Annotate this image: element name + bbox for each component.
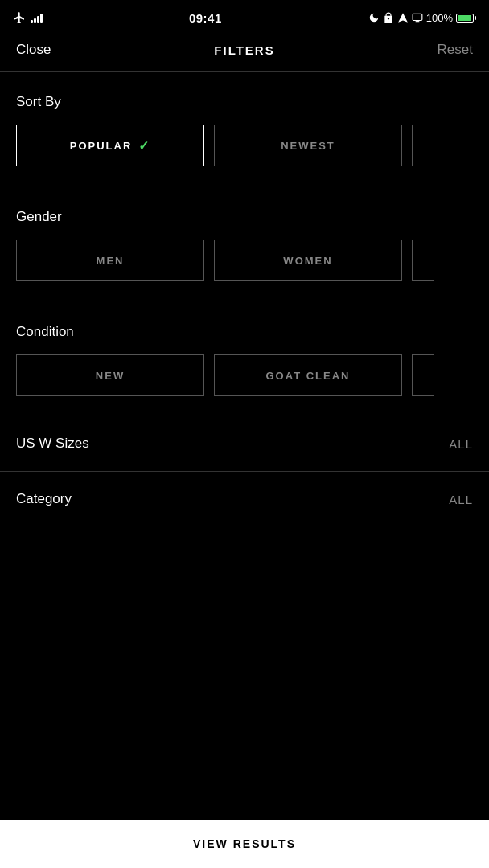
- gender-women-label: WOMEN: [283, 255, 332, 267]
- signal-bars: [31, 13, 43, 23]
- sort-popular-button[interactable]: POPULAR ✓: [16, 125, 204, 166]
- svg-rect-0: [413, 14, 422, 20]
- condition-goatclean-button[interactable]: GOAT CLEAN: [214, 354, 402, 396]
- status-bar-time: 09:41: [189, 11, 222, 25]
- status-bar-right: 100%: [368, 12, 476, 24]
- location-icon: [397, 12, 409, 23]
- condition-goatclean-label: GOAT CLEAN: [266, 370, 351, 382]
- sort-newest-button[interactable]: NEWEST: [214, 125, 402, 166]
- view-results-button[interactable]: VIEW RESULTS: [0, 820, 489, 868]
- category-value: ALL: [449, 493, 473, 506]
- usw-sizes-label: US W Sizes: [16, 436, 89, 452]
- airplane-icon: [13, 11, 26, 24]
- condition-new-label: NEW: [96, 370, 125, 382]
- filter-header: Close FILTERS Reset: [0, 32, 489, 71]
- gender-options: MEN WOMEN: [16, 240, 473, 281]
- page-title: FILTERS: [64, 43, 425, 57]
- condition-title: Condition: [16, 324, 473, 340]
- usw-sizes-value: ALL: [449, 437, 473, 451]
- category-row[interactable]: Category ALL: [0, 472, 489, 526]
- view-results-container: VIEW RESULTS: [0, 820, 489, 868]
- sort-popular-label: POPULAR: [70, 140, 133, 152]
- reset-button[interactable]: Reset: [425, 42, 473, 58]
- gender-men-button[interactable]: MEN: [16, 240, 204, 281]
- gender-women-button[interactable]: WOMEN: [214, 240, 402, 281]
- lock-icon: [383, 12, 394, 23]
- condition-section: Condition NEW GOAT CLEAN: [0, 301, 489, 416]
- close-button[interactable]: Close: [16, 42, 64, 58]
- gender-section: Gender MEN WOMEN: [0, 186, 489, 301]
- condition-more-partial: [412, 354, 434, 396]
- sort-more-partial: [412, 125, 434, 166]
- sort-by-options: POPULAR ✓ NEWEST: [16, 125, 473, 166]
- status-bar-left: [13, 11, 43, 24]
- sort-by-title: Sort By: [16, 94, 473, 110]
- condition-options: NEW GOAT CLEAN: [16, 354, 473, 396]
- gender-men-label: MEN: [97, 255, 125, 267]
- usw-sizes-row[interactable]: US W Sizes ALL: [0, 416, 489, 471]
- moon-icon: [368, 12, 380, 23]
- mirror-icon: [412, 12, 423, 23]
- status-bar: 09:41 100%: [0, 0, 489, 32]
- category-label: Category: [16, 491, 72, 507]
- battery-icon: [456, 14, 476, 23]
- battery-percent: 100%: [426, 12, 453, 24]
- gender-title: Gender: [16, 209, 473, 225]
- gender-more-partial: [412, 240, 434, 281]
- condition-new-button[interactable]: NEW: [16, 354, 204, 396]
- sort-newest-label: NEWEST: [281, 140, 335, 152]
- popular-checkmark: ✓: [138, 138, 150, 154]
- sort-by-section: Sort By POPULAR ✓ NEWEST: [0, 72, 489, 186]
